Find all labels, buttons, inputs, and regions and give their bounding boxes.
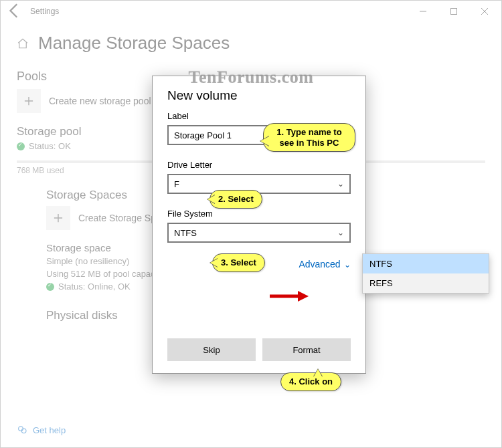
ok-icon — [17, 142, 25, 150]
drive-letter-label: Drive Letter — [167, 160, 351, 170]
drive-letter-select[interactable]: F ⌄ — [167, 174, 351, 194]
filesystem-select[interactable]: NTFS ⌄ — [167, 223, 351, 243]
format-button[interactable]: Format — [262, 338, 351, 361]
create-pool-button[interactable] — [17, 89, 41, 113]
skip-button[interactable]: Skip — [167, 338, 256, 361]
close-button[interactable] — [469, 1, 500, 22]
chevron-down-icon: ⌄ — [342, 260, 351, 269]
fs-option-refs[interactable]: REFS — [363, 273, 489, 293]
filesystem-label: File System — [167, 209, 351, 219]
dialog-title: New volume — [167, 88, 351, 103]
svg-marker-4 — [298, 291, 309, 302]
page-header: Manage Storage Spaces — [1, 22, 501, 60]
chevron-down-icon: ⌄ — [337, 228, 344, 237]
filesystem-dropdown: NTFS REFS — [362, 253, 489, 294]
home-icon[interactable] — [17, 37, 29, 49]
fs-option-ntfs[interactable]: NTFS — [363, 254, 489, 273]
ok-icon — [46, 283, 54, 291]
maximize-button[interactable] — [438, 1, 469, 22]
callout-3: 3. Select — [212, 253, 265, 272]
callout-4: 4. Click on — [280, 372, 341, 391]
create-pool-label: Create new storage pool — [49, 96, 151, 106]
get-help-link[interactable]: Get help — [17, 425, 66, 435]
back-button[interactable] — [6, 2, 23, 21]
svg-rect-0 — [451, 9, 457, 15]
svg-point-1 — [19, 427, 23, 431]
plus-icon — [24, 96, 33, 106]
callout-1: 1. Type name to see in This PC — [263, 123, 355, 152]
titlebar: Settings — [1, 1, 501, 22]
minimize-button[interactable] — [408, 1, 438, 22]
svg-point-2 — [21, 429, 26, 433]
help-icon — [17, 425, 27, 435]
create-space-button[interactable] — [46, 206, 70, 230]
window-title: Settings — [23, 7, 408, 16]
page-title: Manage Storage Spaces — [38, 33, 230, 53]
new-volume-dialog: New volume Label Storage Pool 1 Drive Le… — [152, 76, 366, 374]
callout-2: 2. Select — [210, 190, 262, 209]
chevron-down-icon: ⌄ — [337, 179, 344, 189]
plus-icon — [54, 213, 63, 223]
red-arrow-annotation — [268, 290, 309, 306]
label-field-label: Label — [167, 111, 351, 121]
